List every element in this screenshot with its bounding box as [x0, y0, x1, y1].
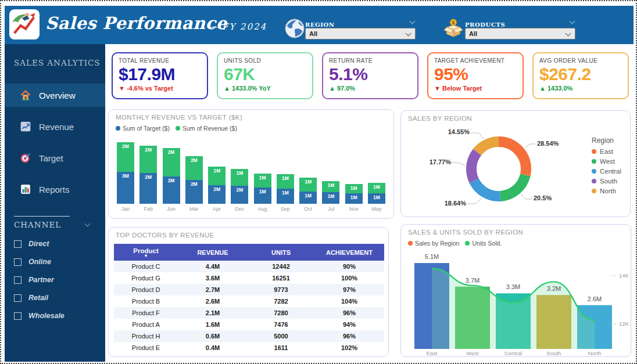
revenue-bar-segment[interactable]: 1M — [299, 178, 317, 192]
target-bar-segment[interactable]: 1M — [368, 193, 385, 204]
products-dropdown[interactable]: All — [465, 28, 575, 39]
target-bar-segment[interactable]: 2M — [139, 173, 157, 204]
combo-x-axis-label: North — [588, 350, 601, 356]
table-row[interactable]: Product G3.6M16251100% — [114, 272, 384, 284]
bar-value-label: 1M — [254, 174, 271, 181]
target-bar-segment[interactable]: 3M — [117, 172, 134, 204]
table-row[interactable]: Product E0.4M1611102% — [114, 342, 384, 354]
monthly-bar-feb: 2M2MFeb — [139, 146, 157, 214]
bar-value-label: 2M — [185, 180, 203, 187]
bar-value-label: 2M — [163, 176, 180, 183]
revenue-bar-segment[interactable]: 1M — [277, 174, 294, 189]
revenue-bar-segment[interactable]: 2M — [185, 156, 203, 180]
donut-legend: Region EastWestCentralSouthNorth — [592, 136, 621, 194]
channel-option-direct[interactable]: Direct — [14, 240, 105, 248]
table-row[interactable]: Product F2.1M728096% — [114, 307, 384, 319]
chevron-down-icon[interactable] — [410, 19, 416, 24]
product-name-cell: Product F — [114, 307, 178, 319]
revenue-bar-segment[interactable]: 1M — [345, 184, 363, 193]
table-row[interactable]: Product A1.6M747694% — [114, 319, 384, 330]
target-bar-segment[interactable]: 2M — [231, 186, 248, 204]
target-legend-dot-icon — [116, 126, 120, 131]
chevron-down-icon[interactable] — [570, 19, 575, 24]
revenue-legend-dot-icon — [176, 126, 180, 131]
target-bar-segment[interactable]: 2M — [163, 176, 180, 204]
channel-option-retail[interactable]: Retail — [14, 294, 105, 302]
sidebar-item-reports[interactable]: Reports — [5, 178, 105, 201]
target-bar-segment[interactable]: 1M — [277, 189, 294, 204]
monthly-bar-mar: 2M2MMar — [185, 156, 203, 214]
donut-legend-item-north[interactable]: North — [592, 188, 621, 194]
monthly-bar-apr: 1M2MApr — [208, 167, 226, 214]
donut-legend-item-central[interactable]: Central — [592, 168, 621, 175]
table-row[interactable]: Product D2.7M977397% — [114, 284, 384, 295]
channel-option-partner[interactable]: Partner — [14, 276, 105, 284]
donut-legend-item-south[interactable]: South — [592, 178, 621, 185]
table-row[interactable]: Product C4.4M1244290% — [114, 261, 384, 272]
revenue-bar-segment[interactable]: 1M — [231, 169, 248, 186]
target-bar-segment[interactable]: 2M — [185, 180, 203, 204]
revenue-bar-segment[interactable]: 1M — [368, 183, 385, 193]
checkbox-icon[interactable] — [14, 312, 22, 320]
product-name-cell: Product H — [114, 330, 178, 342]
kpi-label: AVG ORDER VALUE — [539, 57, 622, 64]
column-header-product[interactable]: Product▾ — [114, 244, 178, 261]
checkbox-icon[interactable] — [14, 240, 22, 248]
sidebar-item-revenue[interactable]: Revenue — [5, 115, 105, 138]
revenue-bar-segment[interactable]: 1M — [208, 167, 226, 185]
value-cell: 4.4M — [178, 261, 248, 272]
target-bar-segment[interactable]: 1M — [254, 188, 271, 204]
chevron-down-icon[interactable] — [85, 221, 91, 227]
combo-bar-value-label: 2.6M — [588, 295, 602, 302]
value-cell: 0.6M — [178, 330, 248, 342]
combo-bar-value-label: 5.1M — [425, 253, 439, 260]
target-bar-segment[interactable]: 1M — [322, 192, 339, 204]
table-row[interactable]: Product H0.6M500096% — [114, 330, 384, 342]
monthly-bar-jan: 2M3MJan — [117, 142, 134, 214]
sidebar-item-target[interactable]: Target — [5, 146, 105, 170]
column-header-achievement[interactable]: ACHIEVEMENT — [314, 244, 384, 261]
donut-legend-item-west[interactable]: West — [592, 158, 621, 165]
value-cell: 97% — [314, 284, 384, 295]
revenue-bar-segment[interactable]: 1M — [254, 174, 271, 188]
bar-value-label: 1M — [322, 192, 339, 199]
sidebar-item-overview[interactable]: Overview — [5, 84, 105, 107]
donut-legend-item-east[interactable]: East — [592, 148, 621, 155]
sort-descending-icon[interactable]: ▾ — [114, 254, 178, 258]
checkbox-icon[interactable] — [14, 294, 22, 302]
channel-option-online[interactable]: Online — [14, 258, 105, 266]
target-bar-segment[interactable]: 1M — [299, 192, 317, 204]
page-subtitle: — FY 2024 — [208, 21, 267, 32]
bar-value-label: 2M — [208, 185, 226, 192]
value-cell: 7282 — [248, 295, 314, 307]
target-bar-segment[interactable]: 2M — [208, 185, 226, 204]
revenue-bar-segment[interactable]: 2M — [163, 148, 180, 176]
checkbox-icon[interactable] — [14, 276, 22, 284]
column-header-revenue[interactable]: REVENUE — [178, 244, 248, 261]
chart-line-icon — [20, 121, 31, 132]
column-header-units[interactable]: UNITS — [248, 244, 314, 261]
page-title: Sales Performance — [45, 13, 227, 33]
monthly-bar-sep: 1M1MSep — [277, 174, 294, 214]
sales-units-by-region-panel: SALES & UNITS SOLD BY REGION Sales by Re… — [400, 224, 631, 357]
bar-value-label: 1M — [345, 184, 363, 191]
sidebar-title: SALES ANALYTICS — [14, 58, 105, 67]
target-bar-segment[interactable]: 1M — [345, 193, 363, 204]
table-row[interactable]: Product B2.6M7282104% — [114, 295, 384, 307]
region-slicer-label: REGION — [305, 21, 335, 28]
region-dropdown[interactable]: All — [305, 28, 416, 39]
checkbox-icon[interactable] — [14, 258, 22, 266]
monthly-bar-chart: 2M3MJan2M2MFeb2M2MJun2M2MMar1M2MApr1M2MD… — [117, 138, 385, 214]
channel-option-wholesale[interactable]: Wholesale — [14, 312, 105, 320]
channel-label: CHANNEL — [14, 220, 61, 229]
channel-options: DirectOnlinePartnerRetailWholesale — [14, 240, 105, 320]
bar-value-label: 1M — [277, 174, 294, 181]
sidebar-nav: OverviewRevenueTargetReports — [5, 84, 105, 201]
kpi-card-return-rate: RETURN RATE5.1%▲ 97.0% — [322, 52, 418, 99]
revenue-bar-segment[interactable]: 2M — [139, 146, 157, 173]
revenue-bar-segment[interactable]: 1M — [322, 181, 339, 192]
revenue-bar-segment[interactable]: 2M — [117, 142, 134, 172]
legend-label: North — [600, 188, 616, 194]
channel-option-label: Partner — [28, 276, 54, 284]
kpi-card-target-achievement: TARGET ACHIEVEMENT95%▼ Below Target — [427, 52, 524, 99]
